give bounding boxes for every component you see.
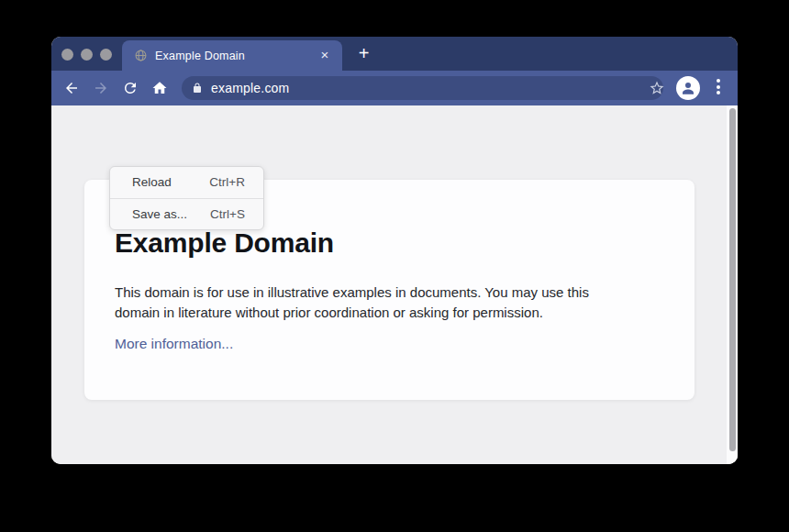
menu-item-shortcut: Ctrl+R <box>209 175 245 189</box>
new-tab-button[interactable]: + <box>354 44 373 63</box>
browser-menu-icon[interactable] <box>716 79 721 97</box>
address-bar[interactable]: example.com <box>182 76 663 100</box>
tab-close-icon[interactable]: × <box>317 47 333 63</box>
browser-window: Example Domain × + <box>51 37 738 464</box>
toolbar: example.com <box>51 71 738 105</box>
context-menu: Reload Ctrl+R Save as... Ctrl+S <box>109 166 264 230</box>
page-paragraph: This domain is for use in illustrative e… <box>115 283 589 323</box>
window-minimize-button[interactable] <box>81 49 93 61</box>
reload-icon[interactable] <box>122 80 139 96</box>
paragraph-line: domain in literature without prior coord… <box>115 303 589 323</box>
context-menu-item-reload[interactable]: Reload Ctrl+R <box>110 167 263 198</box>
more-information-link[interactable]: More information... <box>115 336 233 352</box>
home-icon[interactable] <box>151 80 168 96</box>
window-maximize-button[interactable] <box>100 49 112 61</box>
scrollbar-thumb[interactable] <box>729 108 736 451</box>
back-icon[interactable] <box>63 80 80 96</box>
browser-tab[interactable]: Example Domain × <box>122 40 342 71</box>
context-menu-item-save-as[interactable]: Save as... Ctrl+S <box>110 198 263 230</box>
tab-favicon-globe-icon <box>135 50 147 61</box>
menu-item-shortcut: Ctrl+S <box>210 207 245 221</box>
forward-icon[interactable] <box>93 80 109 96</box>
menu-item-label: Save as... <box>132 207 187 221</box>
lock-icon <box>192 83 203 94</box>
titlebar: Example Domain × + <box>51 37 738 71</box>
page-viewport: Example Domain This domain is for use in… <box>51 105 738 464</box>
page-title: Example Domain <box>115 227 334 260</box>
menu-item-label: Reload <box>132 175 172 189</box>
paragraph-line: This domain is for use in illustrative e… <box>115 283 589 303</box>
url-text[interactable]: example.com <box>211 76 289 100</box>
bookmark-star-icon[interactable] <box>649 80 665 96</box>
profile-avatar-icon[interactable] <box>676 76 700 100</box>
tab-title: Example Domain <box>155 50 245 62</box>
window-close-button[interactable] <box>61 49 73 61</box>
